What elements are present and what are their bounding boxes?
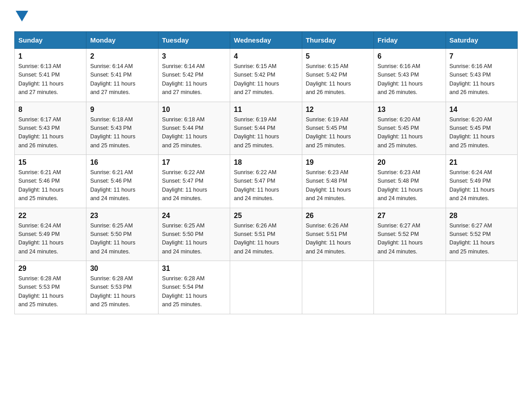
day-number: 18 <box>234 158 298 167</box>
calendar-week-row: 15 Sunrise: 6:21 AM Sunset: 5:46 PM Dayl… <box>15 155 518 208</box>
day-info: Sunrise: 6:28 AM Sunset: 5:53 PM Dayligh… <box>90 274 154 309</box>
calendar-header-row: SundayMondayTuesdayWednesdayThursdayFrid… <box>15 32 518 49</box>
day-info: Sunrise: 6:14 AM Sunset: 5:42 PM Dayligh… <box>162 62 226 97</box>
calendar-day-cell: 29 Sunrise: 6:28 AM Sunset: 5:53 PM Dayl… <box>15 261 86 314</box>
header-monday: Monday <box>86 32 158 49</box>
day-info: Sunrise: 6:21 AM Sunset: 5:46 PM Dayligh… <box>90 168 154 203</box>
day-number: 10 <box>162 106 226 114</box>
day-number: 15 <box>18 158 82 167</box>
day-number: 7 <box>450 52 514 60</box>
calendar-day-cell: 1 Sunrise: 6:13 AM Sunset: 5:41 PM Dayli… <box>15 49 86 102</box>
calendar-day-cell: 17 Sunrise: 6:22 AM Sunset: 5:47 PM Dayl… <box>158 155 230 208</box>
day-number: 29 <box>18 265 82 273</box>
header-friday: Friday <box>374 32 446 49</box>
calendar-week-row: 8 Sunrise: 6:17 AM Sunset: 5:43 PM Dayli… <box>15 102 518 155</box>
day-number: 25 <box>234 212 298 220</box>
day-number: 11 <box>234 106 298 114</box>
calendar-day-cell: 19 Sunrise: 6:23 AM Sunset: 5:48 PM Dayl… <box>302 155 373 208</box>
day-info: Sunrise: 6:19 AM Sunset: 5:44 PM Dayligh… <box>234 116 298 150</box>
calendar-day-cell: 28 Sunrise: 6:27 AM Sunset: 5:52 PM Dayl… <box>446 208 517 261</box>
day-info: Sunrise: 6:14 AM Sunset: 5:41 PM Dayligh… <box>90 62 154 97</box>
day-number: 20 <box>378 158 442 167</box>
day-info: Sunrise: 6:22 AM Sunset: 5:47 PM Dayligh… <box>234 168 298 203</box>
header-wednesday: Wednesday <box>230 32 302 49</box>
day-info: Sunrise: 6:15 AM Sunset: 5:42 PM Dayligh… <box>306 62 370 97</box>
calendar-day-cell: 6 Sunrise: 6:16 AM Sunset: 5:43 PM Dayli… <box>374 49 446 102</box>
day-info: Sunrise: 6:22 AM Sunset: 5:47 PM Dayligh… <box>162 168 226 203</box>
day-number: 14 <box>450 106 514 114</box>
calendar-day-cell: 14 Sunrise: 6:20 AM Sunset: 5:45 PM Dayl… <box>446 102 517 155</box>
day-number: 8 <box>18 106 82 114</box>
day-number: 9 <box>90 106 154 114</box>
day-info: Sunrise: 6:26 AM Sunset: 5:51 PM Dayligh… <box>234 222 298 257</box>
day-info: Sunrise: 6:23 AM Sunset: 5:48 PM Dayligh… <box>306 168 370 203</box>
logo-triangle-icon <box>16 11 28 21</box>
calendar-week-row: 29 Sunrise: 6:28 AM Sunset: 5:53 PM Dayl… <box>15 261 518 314</box>
day-info: Sunrise: 6:19 AM Sunset: 5:45 PM Dayligh… <box>306 116 370 150</box>
calendar-day-cell: 8 Sunrise: 6:17 AM Sunset: 5:43 PM Dayli… <box>15 102 86 155</box>
day-info: Sunrise: 6:17 AM Sunset: 5:43 PM Dayligh… <box>18 116 82 150</box>
day-info: Sunrise: 6:25 AM Sunset: 5:50 PM Dayligh… <box>90 222 154 257</box>
day-number: 23 <box>90 212 154 220</box>
day-number: 27 <box>378 212 442 220</box>
day-number: 22 <box>18 212 82 220</box>
day-number: 17 <box>162 158 226 167</box>
calendar-day-cell: 31 Sunrise: 6:28 AM Sunset: 5:54 PM Dayl… <box>158 261 230 314</box>
calendar-day-cell: 3 Sunrise: 6:14 AM Sunset: 5:42 PM Dayli… <box>158 49 230 102</box>
calendar-day-cell: 5 Sunrise: 6:15 AM Sunset: 5:42 PM Dayli… <box>302 49 373 102</box>
header-sunday: Sunday <box>15 32 86 49</box>
calendar-day-cell: 9 Sunrise: 6:18 AM Sunset: 5:43 PM Dayli… <box>86 102 158 155</box>
calendar-day-cell: 25 Sunrise: 6:26 AM Sunset: 5:51 PM Dayl… <box>230 208 302 261</box>
day-number: 13 <box>378 106 442 114</box>
day-info: Sunrise: 6:26 AM Sunset: 5:51 PM Dayligh… <box>306 222 370 257</box>
day-info: Sunrise: 6:23 AM Sunset: 5:48 PM Dayligh… <box>378 168 442 203</box>
day-number: 21 <box>450 158 514 167</box>
calendar-day-cell: 10 Sunrise: 6:18 AM Sunset: 5:44 PM Dayl… <box>158 102 230 155</box>
day-number: 6 <box>378 52 442 60</box>
header-saturday: Saturday <box>446 32 517 49</box>
day-info: Sunrise: 6:25 AM Sunset: 5:50 PM Dayligh… <box>162 222 226 257</box>
logo <box>14 11 28 22</box>
day-info: Sunrise: 6:20 AM Sunset: 5:45 PM Dayligh… <box>378 116 442 150</box>
calendar-day-cell: 4 Sunrise: 6:15 AM Sunset: 5:42 PM Dayli… <box>230 49 302 102</box>
day-number: 3 <box>162 52 226 60</box>
day-info: Sunrise: 6:24 AM Sunset: 5:49 PM Dayligh… <box>18 222 82 257</box>
calendar-day-cell: 11 Sunrise: 6:19 AM Sunset: 5:44 PM Dayl… <box>230 102 302 155</box>
day-info: Sunrise: 6:13 AM Sunset: 5:41 PM Dayligh… <box>18 62 82 97</box>
calendar-day-cell: 12 Sunrise: 6:19 AM Sunset: 5:45 PM Dayl… <box>302 102 373 155</box>
calendar-day-cell: 21 Sunrise: 6:24 AM Sunset: 5:49 PM Dayl… <box>446 155 517 208</box>
day-info: Sunrise: 6:24 AM Sunset: 5:49 PM Dayligh… <box>450 168 514 203</box>
day-number: 4 <box>234 52 298 60</box>
day-number: 24 <box>162 212 226 220</box>
day-number: 12 <box>306 106 370 114</box>
day-info: Sunrise: 6:16 AM Sunset: 5:43 PM Dayligh… <box>378 62 442 97</box>
calendar-day-cell <box>374 261 446 314</box>
calendar-day-cell: 24 Sunrise: 6:25 AM Sunset: 5:50 PM Dayl… <box>158 208 230 261</box>
calendar-day-cell <box>302 261 373 314</box>
calendar-day-cell: 16 Sunrise: 6:21 AM Sunset: 5:46 PM Dayl… <box>86 155 158 208</box>
day-info: Sunrise: 6:27 AM Sunset: 5:52 PM Dayligh… <box>450 222 514 257</box>
calendar-day-cell: 26 Sunrise: 6:26 AM Sunset: 5:51 PM Dayl… <box>302 208 373 261</box>
day-info: Sunrise: 6:16 AM Sunset: 5:43 PM Dayligh… <box>450 62 514 97</box>
day-number: 2 <box>90 52 154 60</box>
day-number: 28 <box>450 212 514 220</box>
calendar-day-cell <box>446 261 517 314</box>
calendar-week-row: 22 Sunrise: 6:24 AM Sunset: 5:49 PM Dayl… <box>15 208 518 261</box>
calendar-day-cell: 27 Sunrise: 6:27 AM Sunset: 5:52 PM Dayl… <box>374 208 446 261</box>
calendar-day-cell: 7 Sunrise: 6:16 AM Sunset: 5:43 PM Dayli… <box>446 49 517 102</box>
day-info: Sunrise: 6:15 AM Sunset: 5:42 PM Dayligh… <box>234 62 298 97</box>
page-header <box>14 11 518 22</box>
calendar-day-cell: 30 Sunrise: 6:28 AM Sunset: 5:53 PM Dayl… <box>86 261 158 314</box>
day-info: Sunrise: 6:28 AM Sunset: 5:53 PM Dayligh… <box>18 274 82 309</box>
day-number: 19 <box>306 158 370 167</box>
calendar-day-cell: 2 Sunrise: 6:14 AM Sunset: 5:41 PM Dayli… <box>86 49 158 102</box>
calendar-day-cell: 23 Sunrise: 6:25 AM Sunset: 5:50 PM Dayl… <box>86 208 158 261</box>
calendar-day-cell <box>230 261 302 314</box>
day-number: 5 <box>306 52 370 60</box>
calendar-day-cell: 18 Sunrise: 6:22 AM Sunset: 5:47 PM Dayl… <box>230 155 302 208</box>
calendar-table: SundayMondayTuesdayWednesdayThursdayFrid… <box>14 31 518 314</box>
day-number: 30 <box>90 265 154 273</box>
header-thursday: Thursday <box>302 32 373 49</box>
day-info: Sunrise: 6:28 AM Sunset: 5:54 PM Dayligh… <box>162 274 226 309</box>
calendar-day-cell: 15 Sunrise: 6:21 AM Sunset: 5:46 PM Dayl… <box>15 155 86 208</box>
